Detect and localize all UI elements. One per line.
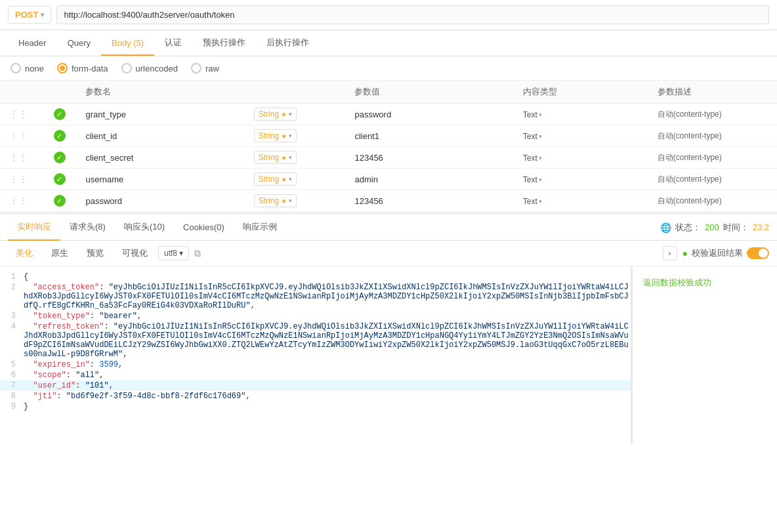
right-pane: 返回数据校验成功 bbox=[633, 266, 777, 443]
param-name: client_id bbox=[79, 125, 247, 147]
line-number: 6 bbox=[0, 371, 24, 380]
view-tab-beautify[interactable]: 美化 bbox=[8, 245, 41, 262]
validate-success-text: 返回数据校验成功 bbox=[643, 277, 766, 289]
table-row: ⋮⋮ ✓ client_id String ★ ▾ client1 Text ▾… bbox=[0, 125, 777, 147]
content-type-chevron-icon: ▾ bbox=[539, 133, 542, 140]
row-checkbox[interactable]: ✓ bbox=[47, 190, 79, 212]
col-header-drag bbox=[0, 81, 47, 104]
method-select[interactable]: POST ▾ bbox=[8, 6, 51, 24]
json-line: 8 "jti": "bd6f9e2f-3f59-4d8c-bbf8-2fdf6c… bbox=[0, 391, 631, 401]
row-checkbox[interactable]: ✓ bbox=[47, 147, 79, 169]
param-description: 自动(content-type) bbox=[651, 147, 777, 169]
json-line-content: "token_type": "bearer", bbox=[24, 312, 631, 321]
radio-raw[interactable]: raw bbox=[191, 63, 219, 73]
param-content-type[interactable]: Text ▾ bbox=[516, 125, 651, 147]
required-star: ★ bbox=[281, 197, 287, 205]
view-tabs-row: 美化 原生 预览 可视化 utf8 ▾ ⧉ › ● 校验返回结果 bbox=[0, 241, 777, 266]
type-label: String bbox=[259, 110, 279, 119]
line-number: 9 bbox=[0, 402, 24, 411]
param-type[interactable]: String ★ ▾ bbox=[247, 125, 348, 147]
row-checkbox[interactable]: ✓ bbox=[47, 125, 79, 147]
param-description: 自动(content-type) bbox=[651, 169, 777, 190]
json-line-content: "expires_in": 3599, bbox=[24, 360, 631, 369]
chevron-down-icon: ▾ bbox=[41, 11, 44, 18]
json-line: 9} bbox=[0, 401, 631, 412]
param-value[interactable]: password bbox=[348, 104, 516, 125]
param-description: 自动(content-type) bbox=[651, 104, 777, 125]
json-line-content: "scope": "all", bbox=[24, 371, 631, 380]
view-tab-visual[interactable]: 可视化 bbox=[114, 245, 156, 262]
drag-handle[interactable]: ⋮⋮ bbox=[0, 147, 47, 169]
col-header-name: 参数名 bbox=[79, 81, 247, 104]
type-chevron-icon: ▾ bbox=[289, 154, 292, 161]
table-row: ⋮⋮ ✓ grant_type String ★ ▾ password Text… bbox=[0, 104, 777, 125]
param-content-type[interactable]: Text ▾ bbox=[516, 147, 651, 169]
row-checkbox[interactable]: ✓ bbox=[47, 104, 79, 125]
json-line: 3 "token_type": "bearer", bbox=[0, 311, 631, 321]
col-header-value: 参数值 bbox=[348, 81, 516, 104]
param-type[interactable]: String ★ ▾ bbox=[247, 190, 348, 212]
tab-post-exec[interactable]: 后执行操作 bbox=[256, 30, 320, 56]
check-icon: ✓ bbox=[54, 173, 66, 185]
radio-none[interactable]: none bbox=[10, 63, 44, 73]
param-value[interactable]: client1 bbox=[348, 125, 516, 147]
param-content-type[interactable]: Text ▾ bbox=[516, 104, 651, 125]
validate-label: 校验返回结果 bbox=[692, 247, 743, 259]
tab-header[interactable]: Header bbox=[8, 31, 57, 56]
params-table: 参数名 参数值 内容类型 参数描述 ⋮⋮ ✓ grant_type String… bbox=[0, 81, 777, 212]
utf-chevron-icon: ▾ bbox=[179, 249, 183, 258]
required-star: ★ bbox=[281, 111, 287, 118]
content-type-label: Text bbox=[523, 175, 537, 184]
json-line-content: "refresh_token": "eyJhbGciOiJIUzI1NiIsIn… bbox=[24, 322, 631, 359]
url-input[interactable] bbox=[56, 5, 769, 24]
param-content-type[interactable]: Text ▾ bbox=[516, 169, 651, 190]
param-content-type[interactable]: Text ▾ bbox=[516, 190, 651, 212]
utf-select[interactable]: utf8 ▾ bbox=[158, 246, 189, 260]
row-checkbox[interactable]: ✓ bbox=[47, 169, 79, 190]
json-line: 5 "expires_in": 3599, bbox=[0, 359, 631, 370]
param-value[interactable]: admin bbox=[348, 169, 516, 190]
radio-form-data[interactable]: form-data bbox=[57, 63, 108, 73]
param-value[interactable]: 123456 bbox=[348, 147, 516, 169]
resp-tab-realtime[interactable]: 实时响应 bbox=[8, 215, 60, 241]
param-type[interactable]: String ★ ▾ bbox=[247, 104, 348, 125]
tab-auth[interactable]: 认证 bbox=[154, 30, 192, 56]
view-tab-preview[interactable]: 预览 bbox=[79, 245, 112, 262]
expand-button[interactable]: › bbox=[663, 246, 677, 260]
resp-tab-response-headers[interactable]: 响应头(10) bbox=[115, 215, 174, 241]
line-number: 3 bbox=[0, 312, 24, 321]
col-header-content: 内容类型 bbox=[516, 81, 651, 104]
type-label: String bbox=[259, 196, 279, 205]
required-star: ★ bbox=[281, 154, 287, 161]
tab-body[interactable]: Body (5) bbox=[101, 31, 154, 56]
type-label: String bbox=[259, 131, 279, 140]
tab-pre-exec[interactable]: 预执行操作 bbox=[192, 30, 256, 56]
copy-icon[interactable]: ⧉ bbox=[194, 248, 201, 259]
radio-urlencoded[interactable]: urlencoded bbox=[121, 63, 178, 73]
radio-none-circle bbox=[10, 63, 21, 73]
required-star: ★ bbox=[281, 176, 287, 183]
resp-tab-example[interactable]: 响应示例 bbox=[234, 215, 286, 241]
param-type[interactable]: String ★ ▾ bbox=[247, 147, 348, 169]
validate-toggle[interactable] bbox=[747, 247, 769, 259]
drag-handle[interactable]: ⋮⋮ bbox=[0, 190, 47, 212]
drag-handle[interactable]: ⋮⋮ bbox=[0, 125, 47, 147]
dot-icon: ● bbox=[682, 248, 688, 258]
param-value[interactable]: 123456 bbox=[348, 190, 516, 212]
content-type-chevron-icon: ▾ bbox=[539, 198, 542, 205]
time-value: 23:2 bbox=[753, 222, 769, 232]
resp-tab-cookies[interactable]: Cookies(0) bbox=[174, 216, 234, 240]
radio-urlencoded-circle bbox=[121, 63, 132, 73]
line-number: 4 bbox=[0, 322, 24, 331]
param-type[interactable]: String ★ ▾ bbox=[247, 169, 348, 190]
drag-handle[interactable]: ⋮⋮ bbox=[0, 169, 47, 190]
tab-query[interactable]: Query bbox=[57, 31, 101, 56]
line-number: 5 bbox=[0, 360, 24, 369]
drag-handle[interactable]: ⋮⋮ bbox=[0, 104, 47, 125]
view-tab-raw[interactable]: 原生 bbox=[43, 245, 76, 262]
radio-form-data-circle bbox=[57, 63, 68, 73]
param-description: 自动(content-type) bbox=[651, 125, 777, 147]
param-name: client_secret bbox=[79, 147, 247, 169]
resp-tab-request-headers[interactable]: 请求头(8) bbox=[60, 215, 115, 241]
content-type-label: Text bbox=[523, 110, 537, 119]
